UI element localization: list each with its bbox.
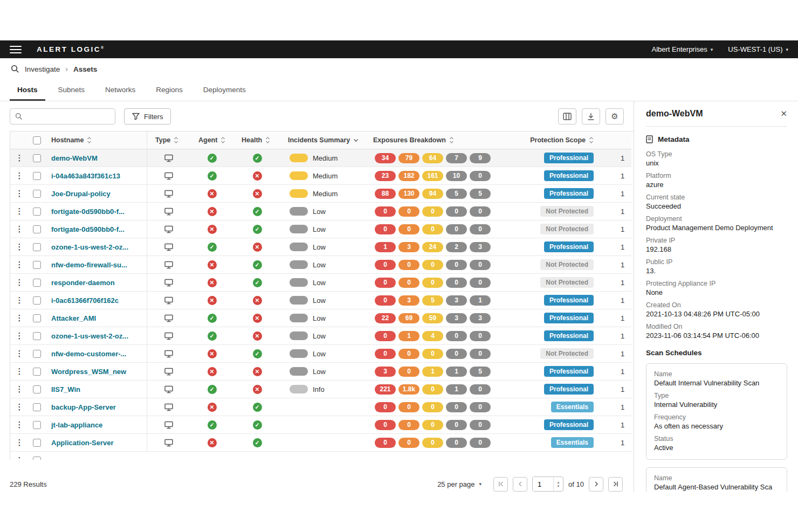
table-row[interactable]: ⋮ nfw-demo-customer-... ✕ ✓ Low 00000 No… (10, 345, 631, 363)
next-page-button[interactable] (589, 477, 603, 492)
table-row[interactable]: ⋮ nfw-demo-firewall-su... ✕ ✓ Low 00000 … (10, 256, 631, 274)
row-checkbox[interactable] (29, 345, 45, 362)
search-box[interactable] (10, 108, 115, 125)
tab-hosts[interactable]: Hosts (10, 80, 45, 101)
account-menu[interactable]: Albert Enterprises ▾ (651, 45, 713, 53)
hostname-link[interactable]: demo-WebVM (51, 154, 98, 162)
row-menu-button[interactable]: ⋮ (10, 238, 29, 255)
prev-page-button[interactable] (513, 477, 527, 492)
column-header-protection[interactable]: Protection Scope (490, 132, 598, 149)
row-menu-button[interactable]: ⋮ (10, 220, 29, 238)
kebab-icon[interactable]: ⋮ (16, 189, 24, 198)
table-row[interactable]: ⋮ demo-WebVM ✓ ✓ Medium 34796479 Profess… (10, 149, 631, 167)
row-checkbox[interactable] (29, 203, 45, 220)
search-icon[interactable] (11, 65, 19, 73)
kebab-icon[interactable]: ⋮ (16, 455, 24, 460)
column-header-exposures[interactable]: Exposures Breakdown (366, 132, 490, 149)
hostname-link[interactable]: ozone-1-us-west-2-oz... (51, 243, 128, 251)
kebab-icon[interactable]: ⋮ (16, 313, 24, 323)
table-row[interactable]: ⋮ backup-App-Server ✕ ✓ 00000 Essentials… (10, 398, 631, 416)
kebab-icon[interactable]: ⋮ (16, 260, 24, 270)
table-row[interactable]: ⋮ Application-Server ✕ ✓ 00000 Essential… (10, 434, 631, 452)
sort-icon[interactable] (589, 136, 594, 144)
sort-icon[interactable] (174, 136, 178, 144)
tab-regions[interactable]: Regions (148, 80, 190, 101)
filters-button[interactable]: Filters (124, 108, 171, 125)
row-menu-button[interactable]: ⋮ (10, 398, 29, 416)
row-checkbox[interactable] (29, 220, 45, 238)
page-number-input[interactable]: ▲ ▼ (532, 476, 563, 492)
column-header-type[interactable]: Type (147, 132, 190, 149)
row-menu-button[interactable]: ⋮ (10, 256, 29, 273)
sort-icon[interactable] (265, 136, 270, 144)
row-menu-button[interactable]: ⋮ (10, 292, 29, 309)
dropdown-chevron-icon[interactable] (353, 139, 359, 142)
hostname-link[interactable]: fortigate-0d590bb0-f... (51, 225, 125, 233)
first-page-button[interactable] (493, 477, 508, 492)
tab-subnets[interactable]: Subnets (51, 80, 93, 101)
row-menu-button[interactable]: ⋮ (10, 363, 29, 380)
sort-icon[interactable] (449, 136, 454, 144)
row-checkbox[interactable] (29, 381, 45, 398)
row-menu-button[interactable]: ⋮ (10, 381, 29, 398)
kebab-icon[interactable]: ⋮ (16, 420, 24, 430)
row-menu-button[interactable]: ⋮ (10, 452, 29, 460)
page-stepper[interactable]: ▲ ▼ (553, 477, 563, 491)
download-button[interactable] (582, 108, 600, 125)
breadcrumb-section[interactable]: Investigate (25, 65, 60, 73)
hostname-link[interactable]: IIS7_Win (51, 385, 80, 393)
hostname-link[interactable]: ozone-1-us-west-2-oz... (51, 332, 128, 340)
row-checkbox[interactable] (29, 309, 45, 327)
row-checkbox[interactable] (29, 167, 45, 184)
table-row[interactable]: ⋮ fortigate-0d590bb0-f... ✕ ✓ Low 00000 … (10, 203, 631, 220)
column-header-incidents[interactable]: Incidents Summary (281, 132, 366, 149)
table-row[interactable]: ⋮ Joe-Drupal-policy ✕ ✕ Medium 881309455… (10, 185, 631, 203)
row-menu-button[interactable]: ⋮ (10, 434, 29, 451)
hostname-link[interactable]: jt-lab-appliance (51, 421, 102, 429)
table-row-clipped[interactable]: ⋮ (10, 452, 631, 460)
kebab-icon[interactable]: ⋮ (16, 349, 24, 358)
row-checkbox[interactable] (29, 434, 45, 451)
hostname-link[interactable]: Application-Server (51, 439, 114, 447)
hostname-link[interactable]: i-04a463a843f361c13 (51, 172, 120, 180)
close-icon[interactable]: ✕ (780, 109, 787, 119)
table-row[interactable]: ⋮ fortigate-0d590bb0-f... ✕ ✓ Low 00000 … (10, 220, 631, 238)
table-row[interactable]: ⋮ i-0ac61366f706f162c ✕ ✕ Low 03531 Prof… (10, 292, 631, 309)
row-checkbox[interactable] (29, 327, 45, 344)
column-header-hostname[interactable]: Hostname (45, 132, 147, 149)
kebab-icon[interactable]: ⋮ (16, 367, 24, 376)
row-checkbox[interactable] (29, 238, 45, 255)
kebab-icon[interactable]: ⋮ (16, 278, 24, 287)
kebab-icon[interactable]: ⋮ (16, 331, 24, 341)
settings-button[interactable]: ⚙ (606, 108, 624, 125)
row-menu-button[interactable]: ⋮ (10, 185, 29, 202)
last-page-button[interactable] (608, 477, 623, 492)
kebab-icon[interactable]: ⋮ (16, 206, 24, 216)
row-menu-button[interactable]: ⋮ (10, 167, 29, 184)
per-page-select[interactable]: 25 per page ▾ (437, 480, 481, 488)
row-menu-button[interactable]: ⋮ (10, 274, 29, 291)
table-row[interactable]: ⋮ responder-daemon ✕ ✓ Low 00000 Not Pro… (10, 274, 631, 292)
hostname-link[interactable]: fortigate-0d590bb0-f... (51, 208, 125, 216)
row-checkbox[interactable] (29, 149, 45, 167)
sort-icon[interactable] (87, 136, 92, 144)
hostname-link[interactable]: responder-daemon (51, 279, 115, 287)
table-row[interactable]: ⋮ IIS7_Win ✓ ✕ Info 2211.8k010 Professio… (10, 381, 631, 398)
kebab-icon[interactable]: ⋮ (16, 384, 24, 394)
row-checkbox[interactable] (29, 452, 45, 460)
hostname-link[interactable]: nfw-demo-customer-... (51, 350, 126, 358)
select-all-checkbox[interactable] (29, 132, 45, 149)
columns-button[interactable] (558, 108, 576, 125)
row-menu-button[interactable]: ⋮ (10, 203, 29, 220)
table-row[interactable]: ⋮ i-04a463a843f361c13 ✓ ✕ Medium 2318216… (10, 167, 631, 185)
region-menu[interactable]: US-WEST-1 (US) ▾ (728, 45, 788, 53)
table-row[interactable]: ⋮ ozone-1-us-west-2-oz... ✓ ✕ Low 01400 … (10, 327, 631, 345)
row-checkbox[interactable] (29, 416, 45, 433)
row-menu-button[interactable]: ⋮ (10, 327, 29, 344)
kebab-icon[interactable]: ⋮ (16, 438, 24, 447)
kebab-icon[interactable]: ⋮ (16, 402, 24, 412)
hostname-link[interactable]: Wordpress_WSM_new (51, 368, 126, 376)
page-number-field[interactable] (533, 477, 551, 491)
kebab-icon[interactable]: ⋮ (16, 153, 24, 163)
column-header-health[interactable]: Health (233, 132, 281, 149)
